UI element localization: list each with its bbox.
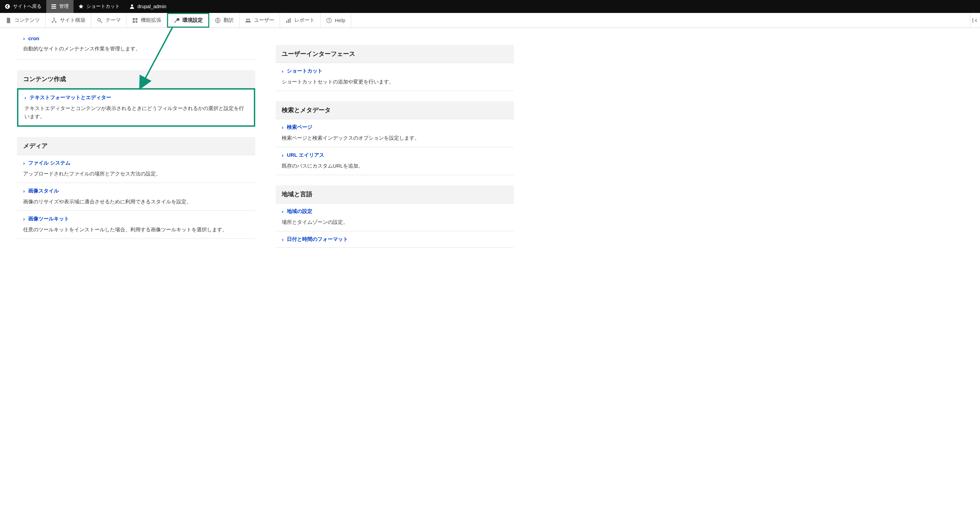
puzzle-icon xyxy=(132,18,138,24)
svg-point-4 xyxy=(55,21,56,23)
right-column: ユーザーインターフェース › ショートカット ショートカットセットの追加や変更を… xyxy=(275,28,514,248)
manage-label: 管理 xyxy=(59,3,69,10)
menu-config[interactable]: 環境設定 xyxy=(167,13,209,27)
chevron-right-icon: › xyxy=(282,68,283,74)
svg-rect-14 xyxy=(288,19,289,23)
svg-point-5 xyxy=(98,18,100,21)
header-regional: 地域と言語 xyxy=(275,185,514,203)
item-regional-settings: › 地域の設定 場所とタイムゾーンの設定。 xyxy=(275,203,514,231)
link-toolkit[interactable]: › 画像ツールキット xyxy=(23,216,249,222)
top-toolbar: サイトへ戻る 管理 ショートカット drupal_admin xyxy=(0,0,980,13)
section-regional: 地域と言語 › 地域の設定 場所とタイムゾーンの設定。 › 日付と時間のフォーマ… xyxy=(275,185,514,248)
chart-icon xyxy=(285,18,292,24)
menu-people[interactable]: ユーザー xyxy=(240,13,280,27)
menu-structure[interactable]: サイト構築 xyxy=(46,13,91,27)
item-shortcuts: › ショートカット ショートカットセットの追加や変更を行います。 xyxy=(275,63,514,91)
shortcuts-label: ショートカット xyxy=(86,3,120,10)
item-toolkit: › 画像ツールキット 任意のツールキットをインストールした場合、利用する画像ツー… xyxy=(17,211,255,239)
hamburger-icon xyxy=(51,4,56,9)
desc-text-formats: テキストエディターとコンテンツが表示されるときにどうフィルターされるかの選択と設… xyxy=(24,104,248,121)
menu-extend[interactable]: 機能拡張 xyxy=(127,13,167,27)
link-text-formats[interactable]: › テキストフォーマットとエディター xyxy=(24,94,248,101)
header-authoring: コンテンツ作成 xyxy=(17,70,255,88)
svg-rect-6 xyxy=(133,18,135,20)
section-media: メディア › ファイル システム アップロードされたファイルの場所とアクセス方法… xyxy=(17,137,255,239)
link-cron[interactable]: › cron xyxy=(23,35,249,41)
back-icon xyxy=(5,4,10,9)
collapse-toolbar[interactable] xyxy=(970,13,980,27)
link-filesystem[interactable]: › ファイル システム xyxy=(23,160,249,166)
header-search: 検索とメタデータ xyxy=(275,101,514,119)
user-icon xyxy=(129,4,135,9)
menu-reports[interactable]: レポート xyxy=(280,13,321,27)
collapse-icon xyxy=(972,18,978,24)
svg-rect-13 xyxy=(286,21,287,23)
link-imagestyles[interactable]: › 画像スタイル xyxy=(23,188,249,194)
user-menu[interactable]: drupal_admin xyxy=(124,0,171,13)
section-authoring: コンテンツ作成 › テキストフォーマットとエディター テキストエディターとコンテ… xyxy=(17,70,255,127)
section-search: 検索とメタデータ › 検索ページ 検索ページと検索インデックスのオプションを設定… xyxy=(275,101,514,175)
link-search-pages[interactable]: › 検索ページ xyxy=(282,124,508,131)
section-ui: ユーザーインターフェース › ショートカット ショートカットセットの追加や変更を… xyxy=(275,45,514,91)
user-label: drupal_admin xyxy=(137,4,166,9)
svg-rect-15 xyxy=(290,18,291,23)
chevron-right-icon: › xyxy=(24,95,26,101)
help-icon: ? xyxy=(326,18,332,24)
document-icon xyxy=(5,18,11,24)
item-datetime: › 日付と時間のフォーマット xyxy=(275,231,514,248)
people-icon xyxy=(245,18,251,24)
link-url-alias[interactable]: › URL エイリアス xyxy=(282,152,508,158)
header-media: メディア xyxy=(17,137,255,155)
chevron-right-icon: › xyxy=(23,35,25,41)
svg-text:?: ? xyxy=(328,19,330,22)
svg-point-1 xyxy=(131,5,133,6)
brush-icon xyxy=(97,18,103,24)
menu-help[interactable]: ? Help xyxy=(321,13,351,27)
chevron-right-icon: › xyxy=(282,152,283,158)
item-imagestyles: › 画像スタイル 画像のリサイズや表示域に適合させるために利用できるスタイルを設… xyxy=(17,183,255,211)
item-text-formats: › テキストフォーマットとエディター テキストエディターとコンテンツが表示される… xyxy=(17,88,255,127)
svg-rect-7 xyxy=(135,18,137,20)
globe-icon xyxy=(215,18,221,24)
manage-toggle[interactable]: 管理 xyxy=(46,0,73,13)
wrench-icon xyxy=(173,18,180,24)
header-ui: ユーザーインターフェース xyxy=(275,45,514,63)
shortcuts-menu[interactable]: ショートカット xyxy=(73,0,124,13)
chevron-right-icon: › xyxy=(23,216,25,222)
chevron-right-icon: › xyxy=(282,209,283,214)
menu-content[interactable]: コンテンツ xyxy=(0,13,46,27)
link-regional-settings[interactable]: › 地域の設定 xyxy=(282,208,508,215)
chevron-right-icon: › xyxy=(282,236,283,242)
svg-point-2 xyxy=(53,18,55,19)
svg-rect-8 xyxy=(133,21,135,23)
desc-cron: 自動的なサイトのメンテナンス作業を管理します。 xyxy=(23,45,249,53)
svg-point-9 xyxy=(135,21,137,23)
link-datetime[interactable]: › 日付と時間のフォーマット xyxy=(282,236,508,243)
link-shortcuts[interactable]: › ショートカット xyxy=(282,68,508,74)
svg-point-12 xyxy=(248,18,250,20)
back-label: サイトへ戻る xyxy=(13,3,41,10)
item-filesystem: › ファイル システム アップロードされたファイルの場所とアクセス方法の設定。 xyxy=(17,155,255,183)
menu-appearance[interactable]: テーマ xyxy=(91,13,127,27)
chevron-right-icon: › xyxy=(23,188,25,194)
back-to-site[interactable]: サイトへ戻る xyxy=(0,0,46,13)
chevron-right-icon: › xyxy=(282,125,283,130)
admin-menu: コンテンツ サイト構築 テーマ 機能拡張 環境設定 翻訳 ユーザー レポート ?… xyxy=(0,13,980,28)
item-url-alias: › URL エイリアス 既存のパスにカスタムURLを追加。 xyxy=(275,147,514,175)
item-search-pages: › 検索ページ 検索ページと検索インデックスのオプションを設定します。 xyxy=(275,119,514,147)
chevron-right-icon: › xyxy=(23,160,25,166)
svg-point-3 xyxy=(52,21,53,23)
menu-translate[interactable]: 翻訳 xyxy=(209,13,240,27)
svg-point-0 xyxy=(5,4,10,9)
structure-icon xyxy=(51,18,57,24)
star-icon xyxy=(78,4,84,9)
item-cron: › cron 自動的なサイトのメンテナンス作業を管理します。 xyxy=(17,32,255,60)
left-column: › cron 自動的なサイトのメンテナンス作業を管理します。 コンテンツ作成 ›… xyxy=(17,28,255,248)
svg-point-11 xyxy=(247,18,248,20)
